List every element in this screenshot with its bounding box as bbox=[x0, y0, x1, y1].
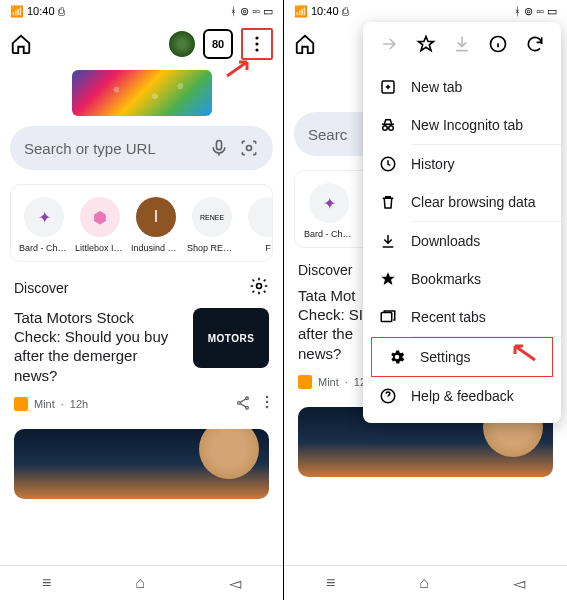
screenshot-right: 📶10:40⎙ ᚼ⊚▫▫▭ Searc ✦Bard - Chat ... Dis… bbox=[284, 0, 567, 600]
shortcut-item[interactable]: ✦Bard - Chat ... bbox=[303, 183, 355, 239]
dot-separator: · bbox=[61, 398, 64, 410]
system-nav-bar: ≡ ⌂ ◅ bbox=[284, 565, 567, 600]
home-icon[interactable] bbox=[294, 33, 316, 55]
network-icon: ▫▫ bbox=[252, 5, 260, 17]
shortcut-item[interactable]: F bbox=[243, 197, 273, 253]
back-button[interactable]: ◅ bbox=[513, 574, 525, 593]
menu-history[interactable]: History bbox=[363, 145, 561, 183]
info-icon[interactable] bbox=[488, 34, 508, 58]
svg-point-11 bbox=[266, 405, 269, 408]
menu-clear-data[interactable]: Clear browsing data bbox=[363, 183, 561, 221]
menu-help[interactable]: Help & feedback bbox=[363, 377, 561, 415]
search-bar[interactable]: Search or type URL bbox=[10, 126, 273, 170]
svg-point-9 bbox=[266, 395, 269, 398]
discover-settings-icon[interactable] bbox=[249, 276, 269, 300]
svg-point-5 bbox=[257, 284, 262, 289]
post-time: 12h bbox=[70, 398, 88, 410]
svg-point-6 bbox=[246, 397, 249, 400]
discover-label: Discover bbox=[14, 280, 68, 296]
news-card-2[interactable] bbox=[14, 429, 269, 499]
wifi-icon: ⊚ bbox=[240, 5, 249, 18]
forward-icon bbox=[379, 34, 399, 58]
svg-point-8 bbox=[246, 406, 249, 409]
mic-icon[interactable] bbox=[209, 138, 229, 158]
download-icon bbox=[452, 34, 472, 58]
svg-point-10 bbox=[266, 400, 269, 403]
home-button[interactable]: ⌂ bbox=[419, 574, 429, 592]
status-bar: 📶10:40⎙ ᚼ⊚▫▫▭ bbox=[0, 0, 283, 22]
svg-point-1 bbox=[255, 42, 258, 45]
source-name: Mint bbox=[34, 398, 55, 410]
shortcuts-row: ✦Bard - Chat ... ⬢Littlebox In... IIndus… bbox=[10, 184, 273, 262]
menu-bookmarks[interactable]: Bookmarks bbox=[363, 260, 561, 298]
share-icon[interactable] bbox=[235, 395, 251, 413]
signal-icon: 📶 bbox=[10, 5, 24, 18]
svg-point-20 bbox=[383, 126, 388, 131]
shortcut-item[interactable]: ⬢Littlebox In... bbox=[75, 197, 125, 253]
bookmark-star-icon[interactable] bbox=[416, 34, 436, 58]
shortcut-item[interactable]: IIndusind Ba... bbox=[131, 197, 181, 253]
recents-button[interactable]: ≡ bbox=[326, 574, 335, 592]
home-icon[interactable] bbox=[10, 33, 32, 55]
system-nav-bar: ≡ ⌂ ◅ bbox=[0, 565, 283, 600]
screenshot-left: 📶10:40⎙ ᚼ⊚▫▫▭ 80 Search or type URL ✦Bar… bbox=[0, 0, 283, 600]
cast-icon: ⎙ bbox=[58, 5, 65, 17]
menu-new-tab[interactable]: New tab bbox=[363, 68, 561, 106]
news-thumbnail: MOTORS bbox=[193, 308, 269, 368]
overflow-menu: New tab New Incognito tab History Clear … bbox=[363, 22, 561, 423]
svg-point-0 bbox=[255, 36, 258, 39]
search-bar[interactable]: Searc bbox=[294, 112, 374, 156]
lens-icon[interactable] bbox=[239, 138, 259, 158]
home-button[interactable]: ⌂ bbox=[135, 574, 145, 592]
news-title: Tata Motors Stock Check: Should you buy … bbox=[14, 308, 183, 385]
menu-incognito[interactable]: New Incognito tab bbox=[363, 106, 561, 144]
search-placeholder: Search or type URL bbox=[24, 140, 199, 157]
search-placeholder: Searc bbox=[308, 126, 360, 143]
tab-switcher[interactable]: 80 bbox=[203, 29, 233, 59]
overflow-menu-button[interactable] bbox=[241, 28, 273, 60]
card-overflow-icon[interactable] bbox=[265, 395, 269, 413]
google-doodle[interactable] bbox=[72, 70, 212, 116]
svg-point-7 bbox=[238, 401, 241, 404]
svg-point-4 bbox=[247, 146, 252, 151]
source-icon bbox=[14, 397, 28, 411]
svg-point-2 bbox=[255, 48, 258, 51]
news-card[interactable]: Tata Motors Stock Check: Should you buy … bbox=[0, 308, 283, 395]
shortcut-item[interactable]: RENEEShop RENE... bbox=[187, 197, 237, 253]
clock: 10:40 bbox=[27, 5, 55, 17]
source-icon bbox=[298, 375, 312, 389]
svg-rect-3 bbox=[217, 141, 222, 150]
menu-downloads[interactable]: Downloads bbox=[363, 222, 561, 260]
bluetooth-icon: ᚼ bbox=[230, 5, 237, 17]
status-bar: 📶10:40⎙ ᚼ⊚▫▫▭ bbox=[284, 0, 567, 22]
back-button[interactable]: ◅ bbox=[229, 574, 241, 593]
menu-settings[interactable]: Settings bbox=[372, 338, 552, 376]
shortcut-item[interactable]: ✦Bard - Chat ... bbox=[19, 197, 69, 253]
profile-avatar[interactable] bbox=[169, 31, 195, 57]
svg-rect-23 bbox=[381, 313, 392, 322]
svg-point-21 bbox=[389, 126, 394, 131]
battery-icon: ▭ bbox=[263, 5, 273, 18]
menu-recent-tabs[interactable]: Recent tabs bbox=[363, 298, 561, 336]
refresh-icon[interactable] bbox=[525, 34, 545, 58]
recents-button[interactable]: ≡ bbox=[42, 574, 51, 592]
